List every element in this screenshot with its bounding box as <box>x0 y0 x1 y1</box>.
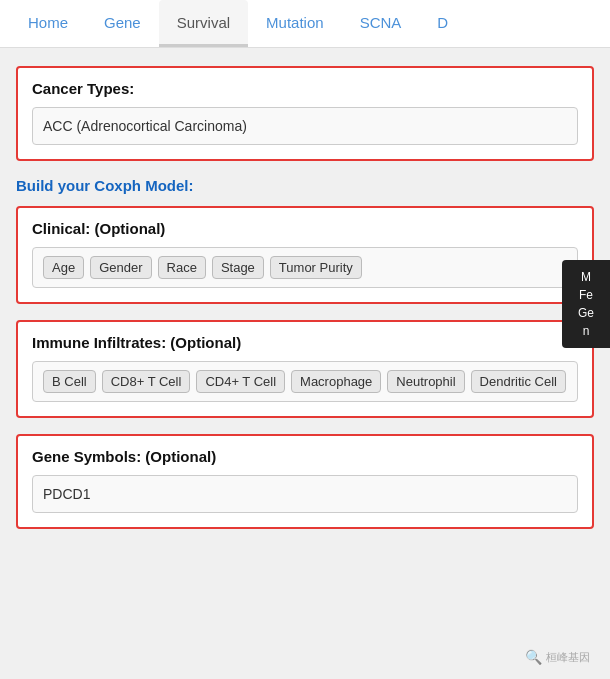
immune-tag-cd8[interactable]: CD8+ T Cell <box>102 370 191 393</box>
clinical-tag-age[interactable]: Age <box>43 256 84 279</box>
cancer-types-label: Cancer Types: <box>32 80 578 97</box>
gene-symbols-section: Gene Symbols: (Optional) PDCD1 <box>16 434 594 529</box>
gene-symbols-value: PDCD1 <box>43 484 90 504</box>
immune-section: Immune Infiltrates: (Optional) B Cell CD… <box>16 320 594 418</box>
popup-line-2: Fe <box>568 286 604 304</box>
watermark: 🔍 桓峰基因 <box>525 649 590 665</box>
immune-tag-bcell[interactable]: B Cell <box>43 370 96 393</box>
nav-gene[interactable]: Gene <box>86 0 159 47</box>
navigation: Home Gene Survival Mutation SCNA D <box>0 0 610 48</box>
popup-line-1: M <box>568 268 604 286</box>
nav-survival[interactable]: Survival <box>159 0 248 47</box>
immune-tag-macrophage[interactable]: Macrophage <box>291 370 381 393</box>
clinical-tag-tumor-purity[interactable]: Tumor Purity <box>270 256 362 279</box>
immune-tag-cd4[interactable]: CD4+ T Cell <box>196 370 285 393</box>
immune-tag-neutrophil[interactable]: Neutrophil <box>387 370 464 393</box>
immune-label: Immune Infiltrates: (Optional) <box>32 334 578 351</box>
clinical-input[interactable]: Age Gender Race Stage Tumor Purity <box>32 247 578 288</box>
watermark-text: 桓峰基因 <box>546 650 590 665</box>
popup-line-4: n <box>568 322 604 340</box>
cancer-types-section: Cancer Types: ACC (Adrenocortical Carcin… <box>16 66 594 161</box>
main-content: Cancer Types: ACC (Adrenocortical Carcin… <box>0 48 610 561</box>
coxph-heading: Build your Coxph Model: <box>16 177 594 194</box>
cancer-types-input[interactable]: ACC (Adrenocortical Carcinoma) <box>32 107 578 145</box>
clinical-tag-gender[interactable]: Gender <box>90 256 151 279</box>
nav-mutation[interactable]: Mutation <box>248 0 342 47</box>
clinical-tag-stage[interactable]: Stage <box>212 256 264 279</box>
clinical-section: Clinical: (Optional) Age Gender Race Sta… <box>16 206 594 304</box>
clinical-tag-race[interactable]: Race <box>158 256 206 279</box>
nav-scna[interactable]: SCNA <box>342 0 420 47</box>
clinical-label: Clinical: (Optional) <box>32 220 578 237</box>
popup-line-3: Ge <box>568 304 604 322</box>
immune-input[interactable]: B Cell CD8+ T Cell CD4+ T Cell Macrophag… <box>32 361 578 402</box>
watermark-icon: 🔍 <box>525 649 542 665</box>
gene-symbols-input[interactable]: PDCD1 <box>32 475 578 513</box>
popup-panel[interactable]: M Fe Ge n <box>562 260 610 348</box>
nav-d[interactable]: D <box>419 0 466 47</box>
gene-symbols-label: Gene Symbols: (Optional) <box>32 448 578 465</box>
nav-home[interactable]: Home <box>10 0 86 47</box>
immune-tag-dendritic[interactable]: Dendritic Cell <box>471 370 566 393</box>
cancer-types-value: ACC (Adrenocortical Carcinoma) <box>43 116 247 136</box>
